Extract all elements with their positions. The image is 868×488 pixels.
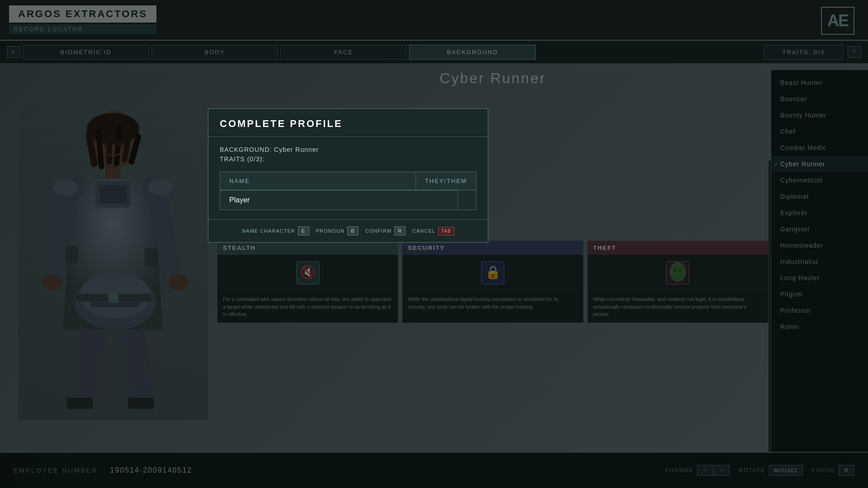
modal-cancel-action: CANCEL TAB xyxy=(412,227,454,235)
modal-traits-info: TRAITS (0/3): xyxy=(220,155,476,163)
modal-name-character-action: NAME CHARACTER E xyxy=(242,226,309,235)
cancel-key[interactable]: TAB xyxy=(438,227,454,235)
confirm-label: CONFIRM xyxy=(365,228,392,234)
modal-name-value-row: Player xyxy=(220,190,476,210)
complete-profile-modal: COMPLETE PROFILE BACKGROUND: Cyber Runne… xyxy=(208,108,488,243)
name-character-key[interactable]: E xyxy=(298,226,309,235)
modal-overlay: COMPLETE PROFILE BACKGROUND: Cyber Runne… xyxy=(0,0,868,488)
modal-pronoun-col: THEY/THEM xyxy=(416,172,476,190)
pronoun-key[interactable]: B xyxy=(347,226,359,235)
modal-background-info: BACKGROUND: Cyber Runner xyxy=(220,146,476,153)
name-character-label: NAME CHARACTER xyxy=(242,228,295,234)
modal-body: BACKGROUND: Cyber Runner TRAITS (0/3): N… xyxy=(208,137,488,219)
cancel-label: CANCEL xyxy=(412,228,435,234)
modal-name-col: NAME xyxy=(220,172,416,190)
modal-footer: NAME CHARACTER E PRONOUN B CONFIRM R CAN… xyxy=(208,219,488,242)
modal-title: COMPLETE PROFILE xyxy=(208,109,488,137)
modal-pronoun-value xyxy=(458,190,476,210)
modal-name-value[interactable]: Player xyxy=(220,190,458,210)
modal-confirm-action: CONFIRM R xyxy=(365,226,406,235)
modal-name-headers: NAME THEY/THEM xyxy=(220,172,476,190)
modal-pronoun-action: PRONOUN B xyxy=(316,226,359,235)
confirm-key[interactable]: R xyxy=(394,226,406,235)
pronoun-label: PRONOUN xyxy=(316,228,344,234)
